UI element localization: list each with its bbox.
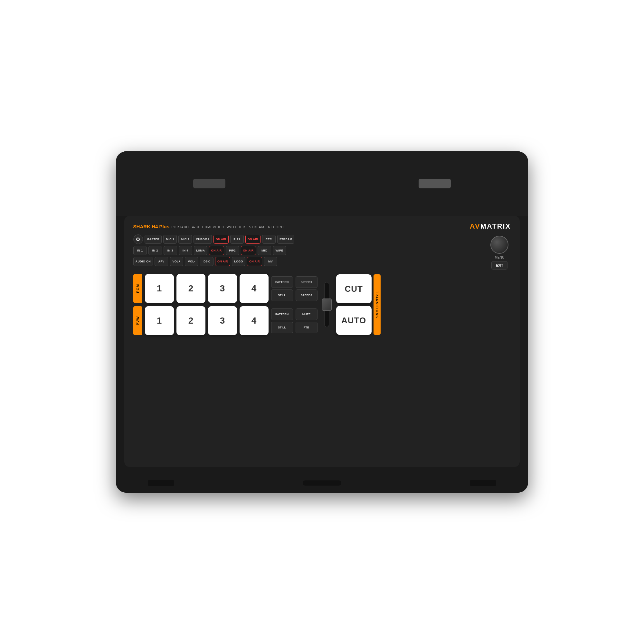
- brand-subtitle: PORTABLE 4-CH HDMI VIDEO SWITCHER | STRE…: [171, 225, 284, 229]
- button-row-2: IN 1 IN 2 IN 3 IN 4 LUMA ON AIR PIP2 ON …: [133, 246, 486, 255]
- fader-handle[interactable]: [322, 298, 332, 311]
- speed1-button[interactable]: SPEED1: [296, 276, 317, 288]
- pvw-ch2-button[interactable]: 2: [176, 306, 205, 335]
- main-section: PGM 1 2 3 4 PATTERN STILL SPEED1 SPEED2: [133, 274, 511, 335]
- pgm-speed-col: SPEED1 SPEED2: [296, 276, 317, 301]
- pgm-ch3-button[interactable]: 3: [208, 274, 237, 303]
- pip1-button[interactable]: PIP1: [230, 235, 244, 244]
- mix-button[interactable]: MIX: [258, 246, 271, 255]
- cut-button[interactable]: CUT: [336, 274, 372, 303]
- brand-row: SHARK H4 Plus PORTABLE 4-CH HDMI VIDEO S…: [133, 222, 511, 231]
- mic1-button[interactable]: MIC 1: [163, 235, 177, 244]
- auto-button[interactable]: AUTO: [336, 306, 372, 335]
- pvw-ch4-button[interactable]: 4: [240, 306, 269, 335]
- mic2-button[interactable]: MIC 2: [178, 235, 192, 244]
- bottom-foot-left: [148, 480, 174, 486]
- device-bottom: [116, 473, 528, 493]
- wipe-button[interactable]: WIPE: [273, 246, 286, 255]
- speed2-button[interactable]: SPEED2: [296, 289, 317, 301]
- pvw-speed-col: MUTE FTB: [296, 308, 317, 333]
- button-row-3: AUDIO ON AFV VOL+ VOL- DSK ON AIR LOGO O…: [133, 257, 486, 266]
- in3-button[interactable]: IN 3: [164, 246, 177, 255]
- exit-button[interactable]: EXIT: [491, 261, 507, 270]
- menu-label: MENU: [495, 256, 504, 259]
- in1-button[interactable]: IN 1: [133, 246, 147, 255]
- pgm-still-button[interactable]: STILL: [271, 289, 293, 301]
- afv-button[interactable]: AFV: [155, 257, 168, 266]
- chroma-button[interactable]: CHROMA: [194, 235, 212, 244]
- voldown-button[interactable]: VOL-: [185, 257, 198, 266]
- console: SHARK H4 Plus PORTABLE 4-CH HDMI VIDEO S…: [124, 216, 520, 467]
- onair2-button[interactable]: ON AIR: [245, 235, 260, 244]
- stream-button[interactable]: STREAM: [277, 235, 295, 244]
- menu-knob[interactable]: [490, 236, 508, 254]
- fader-column: [321, 274, 333, 335]
- pvw-pattern-button[interactable]: PATTERN: [271, 308, 293, 320]
- hinge-right: [419, 179, 451, 188]
- luma-button[interactable]: LUMA: [194, 246, 207, 255]
- onair3-button[interactable]: ON AIR: [209, 246, 224, 255]
- mute-button[interactable]: MUTE: [296, 308, 317, 320]
- top-lid: [116, 151, 528, 216]
- pvw-ch1-button[interactable]: 1: [145, 306, 174, 335]
- ftb-button[interactable]: FTB: [296, 322, 317, 333]
- logo-button[interactable]: LOGO: [232, 257, 245, 266]
- onair4-button[interactable]: ON AIR: [241, 246, 256, 255]
- brand-left: SHARK H4 Plus PORTABLE 4-CH HDMI VIDEO S…: [133, 224, 284, 229]
- pgm-small-col: PATTERN STILL: [271, 276, 293, 301]
- pgm-ch4-button[interactable]: 4: [240, 274, 269, 303]
- fader-track[interactable]: [325, 282, 329, 327]
- pgm-row: PGM 1 2 3 4 PATTERN STILL SPEED1 SPEED2: [133, 274, 317, 303]
- av-text: AV: [470, 222, 480, 230]
- onair1-button[interactable]: ON AIR: [213, 235, 229, 244]
- in4-button[interactable]: IN 4: [179, 246, 192, 255]
- rec-button[interactable]: REC: [262, 235, 276, 244]
- pvw-ch3-button[interactable]: 3: [208, 306, 237, 335]
- pip2-button[interactable]: PIP2: [226, 246, 239, 255]
- transitions-label: TRANSITIONS: [374, 274, 381, 335]
- pgm-pattern-button[interactable]: PATTERN: [271, 276, 293, 288]
- onair5-button[interactable]: ON AIR: [215, 257, 230, 266]
- avmatrix-logo: AVMATRIX: [470, 222, 511, 231]
- pgm-ch2-button[interactable]: 2: [176, 274, 205, 303]
- matrix-text: MATRIX: [480, 222, 511, 230]
- button-row-1: ⏻ MASTER MIC 1 MIC 2 CHROMA ON AIR PIP1 …: [133, 234, 486, 244]
- pvw-still-button[interactable]: STILL: [271, 322, 293, 333]
- audioon-button[interactable]: AUDIO ON: [133, 257, 153, 266]
- device-body: SHARK H4 Plus PORTABLE 4-CH HDMI VIDEO S…: [116, 151, 528, 493]
- cut-auto-col: CUT AUTO: [336, 274, 372, 335]
- in2-button[interactable]: IN 2: [148, 246, 162, 255]
- mv-button[interactable]: MV: [264, 257, 277, 266]
- bottom-foot-right: [470, 480, 496, 486]
- pgm-ch1-button[interactable]: 1: [145, 274, 174, 303]
- pvw-row: PVW 1 2 3 4 PATTERN STILL MUTE FTB: [133, 306, 317, 335]
- pvw-label: PVW: [133, 306, 142, 335]
- onair6-button[interactable]: ON AIR: [247, 257, 262, 266]
- brand-name: SHARK H4 Plus: [133, 224, 170, 229]
- hinge-left: [193, 179, 225, 188]
- pgm-label: PGM: [133, 274, 142, 303]
- right-side: CUT AUTO TRANSITIONS: [336, 274, 381, 335]
- master-button[interactable]: MASTER: [145, 235, 162, 244]
- bottom-center: [303, 480, 341, 486]
- power-button[interactable]: ⏻: [133, 234, 143, 244]
- dsk-button[interactable]: DSK: [200, 257, 213, 266]
- volup-button[interactable]: VOL+: [170, 257, 183, 266]
- pvw-small-col: PATTERN STILL: [271, 308, 293, 333]
